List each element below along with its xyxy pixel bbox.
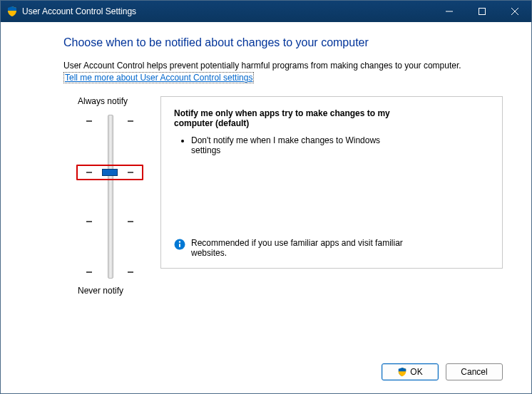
level-description-panel: Notify me only when apps try to make cha…: [160, 96, 503, 269]
slider-label-bottom: Never notify: [63, 286, 156, 296]
level-bullet: Don't notify me when I make changes to W…: [191, 135, 405, 155]
help-link[interactable]: Tell me more about User Account Control …: [65, 73, 252, 83]
ok-button-label: OK: [410, 367, 422, 377]
uac-settings-window: User Account Control Settings Choose whe…: [0, 0, 532, 394]
level-title: Notify me only when apps try to make cha…: [174, 108, 402, 128]
page-heading: Choose when to be notified about changes…: [63, 36, 503, 49]
level-bullets: Don't notify me when I make changes to W…: [177, 135, 489, 160]
cancel-button[interactable]: Cancel: [446, 363, 503, 380]
cancel-button-label: Cancel: [461, 367, 487, 377]
intro-text: User Account Control helps prevent poten…: [63, 61, 503, 71]
svg-rect-1: [479, 9, 486, 15]
minimize-button[interactable]: [433, 1, 466, 22]
uac-shield-icon: [397, 367, 407, 377]
slider-label-top: Always notify: [63, 96, 156, 106]
recommendation-row: Recommended if you use familiar apps and…: [174, 238, 489, 258]
notification-level-slider[interactable]: [63, 115, 156, 279]
body: Choose when to be notified about changes…: [1, 22, 531, 393]
footer-buttons: OK Cancel: [382, 363, 503, 380]
content-row: Always notify Never notify Notify me onl…: [63, 96, 503, 296]
slider-thumb[interactable]: [102, 169, 118, 176]
ok-button[interactable]: OK: [382, 363, 439, 380]
slider-column: Always notify Never notify: [63, 96, 156, 296]
recommendation-text: Recommended if you use familiar apps and…: [191, 238, 405, 258]
titlebar: User Account Control Settings: [1, 1, 531, 22]
close-button[interactable]: [498, 1, 531, 22]
uac-shield-icon: [6, 6, 18, 17]
svg-point-4: [179, 241, 180, 242]
slider-track: [108, 115, 113, 279]
info-icon: [174, 239, 185, 250]
window-title: User Account Control Settings: [22, 6, 136, 16]
svg-rect-3: [179, 244, 180, 247]
maximize-button[interactable]: [466, 1, 498, 22]
svg-rect-0: [446, 11, 453, 12]
